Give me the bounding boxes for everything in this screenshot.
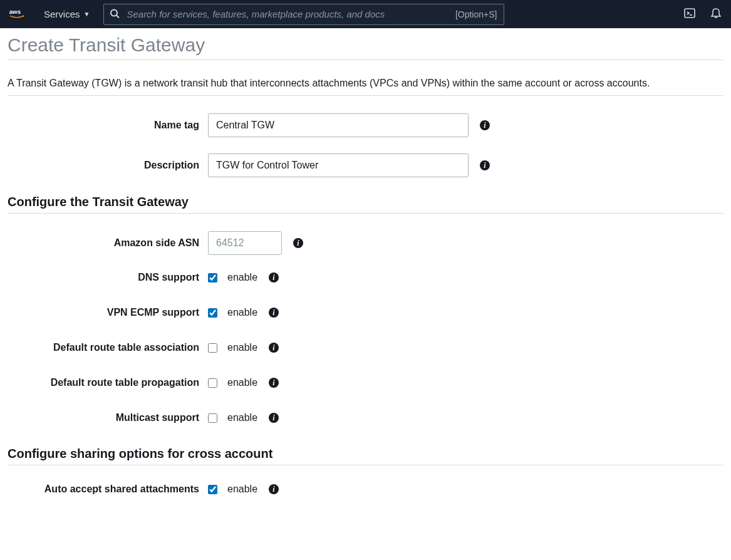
row-default-prop: Default route table propagation enable i [8,376,723,389]
search-input[interactable] [103,4,504,25]
svg-point-1 [111,9,117,16]
checkbox-auto-accept[interactable] [208,485,217,494]
info-icon[interactable]: i [267,412,280,424]
row-auto-accept: Auto accept shared attachments enable i [8,483,723,495]
svg-line-2 [117,15,119,18]
page-title: Create Transit Gateway [8,34,723,60]
enable-text: enable [227,307,257,318]
page-intro: A Transit Gateway (TGW) is a network tra… [8,78,723,96]
label-dns-support: DNS support [8,272,208,283]
enable-text: enable [227,272,257,283]
chevron-down-icon: ▼ [84,11,90,18]
search-icon [110,8,120,20]
row-multicast: Multicast support enable i [8,412,723,424]
info-icon[interactable]: i [267,483,280,495]
checkbox-default-assoc[interactable] [208,343,217,353]
row-name-tag: Name tag i [8,113,723,137]
input-asn[interactable] [208,231,282,255]
info-icon[interactable]: i [267,376,280,389]
checkbox-dns-support[interactable] [208,273,217,283]
info-icon[interactable]: i [267,306,280,319]
input-description[interactable] [208,153,469,177]
label-vpn-ecmp: VPN ECMP support [8,307,208,318]
checkbox-multicast[interactable] [208,413,217,423]
row-dns-support: DNS support enable i [8,271,723,284]
row-asn: Amazon side ASN i [8,231,723,255]
label-default-prop: Default route table propagation [8,377,208,388]
info-icon[interactable]: i [479,119,491,132]
section-configure-tgw: Configure the Transit Gateway [8,195,723,214]
label-default-assoc: Default route table association [8,342,208,353]
enable-text: enable [227,484,257,495]
search-container: [Option+S] [103,4,504,25]
info-icon[interactable]: i [292,237,304,249]
search-shortcut: [Option+S] [455,9,497,19]
info-icon[interactable]: i [267,271,280,284]
label-name-tag: Name tag [8,120,208,131]
row-vpn-ecmp: VPN ECMP support enable i [8,306,723,319]
label-auto-accept: Auto accept shared attachments [8,484,208,495]
enable-text: enable [227,412,257,423]
checkbox-vpn-ecmp[interactable] [208,308,217,318]
enable-text: enable [227,342,257,353]
topnav-right [683,7,722,21]
info-icon[interactable]: i [267,341,280,354]
page-body: Create Transit Gateway A Transit Gateway… [0,28,731,543]
cloudshell-icon[interactable] [683,7,696,21]
svg-text:aws: aws [9,8,21,14]
row-default-assoc: Default route table association enable i [8,341,723,354]
enable-text: enable [227,377,257,388]
section-sharing: Configure sharing options for cross acco… [8,447,723,465]
row-description: Description i [8,153,723,177]
checkbox-default-prop[interactable] [208,378,217,388]
label-multicast: Multicast support [8,412,208,423]
services-label: Services [44,9,80,19]
services-menu[interactable]: Services ▼ [44,9,90,19]
notifications-icon[interactable] [710,7,722,21]
input-name-tag[interactable] [208,113,469,137]
top-nav: aws Services ▼ [Option+S] [0,0,731,28]
info-icon[interactable]: i [479,159,491,172]
aws-logo[interactable]: aws [9,8,33,21]
label-description: Description [8,160,208,171]
label-asn: Amazon side ASN [8,237,208,249]
